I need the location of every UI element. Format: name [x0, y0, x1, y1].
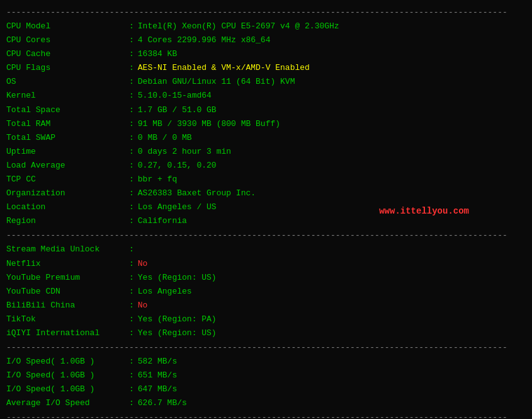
table-row: Organization: AS26383 Baxet Group Inc. [6, 187, 526, 200]
table-row: TikTok: Yes (Region: PA) [6, 313, 526, 326]
colon-separator: : [129, 131, 134, 145]
divider-geekbench: ----------------------------------------… [6, 413, 526, 419]
table-row: CPU Model: Intel(R) Xeon(R) CPU E5-2697 … [6, 20, 526, 33]
colon-separator: : [129, 326, 134, 340]
row-label: I/O Speed( 1.0GB ) [6, 355, 129, 369]
colon-separator: : [129, 117, 134, 131]
table-row: OS: Debian GNU/Linux 11 (64 Bit) KVM [6, 75, 526, 89]
row-label: Average I/O Speed [6, 396, 129, 410]
row-label: Total SWAP [6, 131, 129, 145]
colon-separator: : [129, 299, 134, 313]
table-row: Kernel: 5.10.0-15-amd64 [6, 89, 526, 103]
row-value: 16384 KB [138, 47, 177, 61]
row-value: Yes (Region: US) [138, 326, 217, 340]
row-value: Yes (Region: PA) [138, 313, 217, 326]
table-row: Uptime: 0 days 2 hour 3 min [6, 145, 526, 159]
table-row: YouTube Premium: Yes (Region: US) [6, 271, 526, 285]
row-value: Yes (Region: US) [138, 271, 217, 285]
colon-separator: : [129, 159, 134, 173]
colon-separator: : [129, 355, 134, 369]
row-label: Netflix [6, 257, 129, 271]
row-value: 0 MB / 0 MB [138, 131, 192, 145]
colon-separator: : [129, 214, 134, 228]
colon-separator: : [129, 173, 134, 187]
table-row: Load Average: 0.27, 0.15, 0.20 [6, 159, 526, 173]
io-section: I/O Speed( 1.0GB ): 582 MB/sI/O Speed( 1… [6, 355, 526, 410]
row-label: Uptime [6, 145, 129, 159]
stream-header-colon: : [129, 243, 134, 256]
row-label: Location [6, 200, 129, 214]
divider-io: ----------------------------------------… [6, 343, 526, 352]
divider-stream: ----------------------------------------… [6, 231, 526, 240]
row-label: CPU Flags [6, 61, 129, 75]
table-row: BiliBili China: No [6, 299, 526, 313]
row-value: 647 MB/s [138, 382, 177, 396]
row-label: BiliBili China [6, 299, 129, 313]
row-value: Los Angeles / US [138, 200, 217, 214]
row-value: 582 MB/s [138, 355, 177, 369]
row-label: CPU Cores [6, 33, 129, 47]
colon-separator: : [129, 313, 134, 326]
table-row: I/O Speed( 1.0GB ): 651 MB/s [6, 369, 526, 382]
colon-separator: : [129, 75, 134, 89]
row-label: TCP CC [6, 173, 129, 187]
colon-separator: : [129, 89, 134, 103]
row-label: Total Space [6, 103, 129, 117]
table-row: Region: California [6, 214, 526, 228]
row-label: Total RAM [6, 117, 129, 131]
colon-separator: : [129, 145, 134, 159]
row-value: California [138, 214, 187, 228]
row-value: Los Angeles [138, 285, 192, 299]
row-value: 0.27, 0.15, 0.20 [138, 159, 217, 173]
row-label: CPU Model [6, 20, 129, 33]
row-value: No [138, 257, 148, 271]
colon-separator: : [129, 47, 134, 61]
row-value: 91 MB / 3930 MB (800 MB Buff) [138, 117, 280, 131]
table-row: CPU Flags: AES-NI Enabled & VM-x/AMD-V E… [6, 61, 526, 75]
colon-separator: : [129, 285, 134, 299]
colon-separator: : [129, 61, 134, 75]
row-value: 0 days 2 hour 3 min [138, 145, 231, 159]
row-value: 4 Cores 2299.996 MHz x86_64 [138, 33, 271, 47]
row-label: YouTube CDN [6, 285, 129, 299]
table-row: I/O Speed( 1.0GB ): 582 MB/s [6, 355, 526, 369]
row-value: bbr + fq [138, 173, 177, 187]
divider-top: ----------------------------------------… [6, 8, 526, 17]
colon-separator: : [129, 396, 134, 410]
row-label: OS [6, 75, 129, 89]
row-value: Debian GNU/Linux 11 (64 Bit) KVM [138, 75, 295, 89]
table-row: Total RAM: 91 MB / 3930 MB (800 MB Buff) [6, 117, 526, 131]
row-value: 1.7 GB / 51.0 GB [138, 103, 217, 117]
colon-separator: : [129, 20, 134, 33]
row-value: AS26383 Baxet Group Inc. [138, 187, 256, 200]
stream-header-row: Stream Media Unlock: [6, 243, 526, 256]
row-label: YouTube Premium [6, 271, 129, 285]
colon-separator: : [129, 33, 134, 47]
colon-separator: : [129, 257, 134, 271]
table-row: CPU Cores: 4 Cores 2299.996 MHz x86_64 [6, 33, 526, 47]
row-label: Region [6, 214, 129, 228]
table-row: Total Space: 1.7 GB / 51.0 GB [6, 103, 526, 117]
colon-separator: : [129, 103, 134, 117]
row-label: I/O Speed( 1.0GB ) [6, 369, 129, 382]
table-row: YouTube CDN: Los Angeles [6, 285, 526, 299]
table-row: Netflix: No [6, 257, 526, 271]
row-value: 626.7 MB/s [138, 396, 187, 410]
colon-separator: : [129, 187, 134, 200]
row-value: 5.10.0-15-amd64 [138, 89, 212, 103]
table-row: iQIYI International: Yes (Region: US) [6, 326, 526, 340]
table-row: Average I/O Speed: 626.7 MB/s [6, 396, 526, 410]
table-row: I/O Speed( 1.0GB ): 647 MB/s [6, 382, 526, 396]
row-value: Intel(R) Xeon(R) CPU E5-2697 v4 @ 2.30GH… [138, 20, 339, 33]
row-label: iQIYI International [6, 326, 129, 340]
watermark: www.ittellyou.com [379, 206, 469, 216]
row-label: TikTok [6, 313, 129, 326]
row-label: CPU Cache [6, 47, 129, 61]
row-value: No [138, 299, 148, 313]
table-row: Total SWAP: 0 MB / 0 MB [6, 131, 526, 145]
system-section: CPU Model: Intel(R) Xeon(R) CPU E5-2697 … [6, 20, 526, 228]
row-label: Load Average [6, 159, 129, 173]
colon-separator: : [129, 200, 134, 214]
colon-separator: : [129, 271, 134, 285]
row-value: AES-NI Enabled & VM-x/AMD-V Enabled [138, 61, 310, 75]
